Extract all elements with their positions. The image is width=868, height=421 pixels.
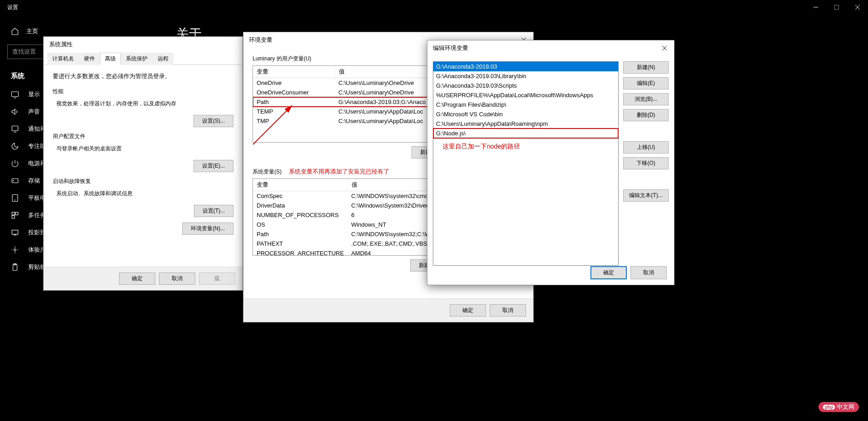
focus-icon <box>11 142 19 150</box>
path-item[interactable]: G:\Node.js\ <box>433 129 618 138</box>
php-cn-text: 中文网 <box>837 403 854 411</box>
path-item[interactable]: G:\Anaconda3-2019.03\Scripts <box>433 81 618 90</box>
home-icon <box>11 27 19 35</box>
php-logo: php <box>823 405 835 410</box>
storage-icon <box>11 177 19 185</box>
admin-note: 要进行大多数更改，您必须作为管理员登录。 <box>53 72 233 80</box>
maximize-button[interactable] <box>826 0 847 15</box>
window-controls <box>805 0 868 15</box>
path-item[interactable]: %USERPROFILE%\AppData\Local\Microsoft\Wi… <box>433 90 618 100</box>
share-icon <box>11 246 19 254</box>
clipboard-icon <box>11 263 19 271</box>
group-desc: 系统启动、系统故障和调试信息 <box>53 188 233 201</box>
edit-new-button[interactable]: 新建(N) <box>623 61 669 74</box>
edit-movedown-button[interactable]: 下移(O) <box>623 157 669 169</box>
path-item[interactable]: G:\Anaconda3-2019.03 <box>433 62 618 71</box>
edit-env-var-dialog: 编辑环境变量 G:\Anaconda3-2019.03G:\Anaconda3-… <box>427 40 675 285</box>
col-variable[interactable]: 变量 <box>253 179 347 191</box>
path-list[interactable]: G:\Anaconda3-2019.03G:\Anaconda3-2019.03… <box>433 61 619 266</box>
dialog-titlebar[interactable]: 编辑环境变量 <box>427 40 674 56</box>
watermark-badge: php 中文网 <box>818 402 859 412</box>
edit-moveup-button[interactable]: 上移(U) <box>623 141 669 154</box>
edit-delete-button[interactable]: 删除(D) <box>623 109 669 121</box>
dialog-titlebar[interactable]: 系统属性 <box>44 37 243 52</box>
svg-rect-16 <box>15 212 18 215</box>
dialog-title-text: 环境变量 <box>249 36 273 44</box>
tab-1[interactable]: 硬件 <box>79 53 100 65</box>
path-item[interactable]: C:\Users\Luminary\AppData\Roaming\npm <box>433 119 618 129</box>
var-name: TEMP <box>253 107 335 116</box>
col-variable[interactable]: 变量 <box>253 66 335 78</box>
svg-point-12 <box>13 180 14 181</box>
sidebar-item-label: 声音 <box>28 108 40 116</box>
close-button[interactable] <box>847 0 868 15</box>
var-name: PROCESSOR_ARCHITECTURE <box>253 248 347 256</box>
path-item[interactable]: G:\Anaconda3-2019.03\Library\bin <box>433 71 618 81</box>
group-settings-button[interactable]: 设置(T)... <box>194 205 233 217</box>
svg-rect-17 <box>12 216 15 218</box>
edit-text-button[interactable]: 编辑文本(T)... <box>623 189 669 202</box>
group-desc: 与登录帐户相关的桌面设置 <box>53 143 233 156</box>
annotation-node-path: 这里自己加一下node的路径 <box>433 138 618 155</box>
tab-0[interactable]: 计算机名 <box>47 53 79 65</box>
svg-rect-6 <box>12 92 19 97</box>
sys-vars-label: 系统变量(S) <box>253 168 282 176</box>
tab-4[interactable]: 远程 <box>153 53 174 65</box>
display-icon <box>11 90 19 99</box>
project-icon <box>11 228 19 237</box>
var-name: Path <box>253 97 335 107</box>
sysprop-ok-button[interactable]: 确定 <box>119 272 155 285</box>
sidebar-home-label: 主页 <box>26 27 38 35</box>
group-title: 性能 <box>53 88 233 95</box>
sound-icon <box>11 108 19 116</box>
window-titlebar: 设置 <box>0 0 868 15</box>
var-name: OS <box>253 220 347 229</box>
svg-rect-18 <box>12 230 18 234</box>
search-placeholder: 查找设置 <box>12 48 36 56</box>
system-properties-dialog: 系统属性 计算机名硬件高级系统保护远程 要进行大多数更改，您必须作为管理员登录。… <box>43 36 243 291</box>
settings-group: 启动和故障恢复系统启动、系统故障和调试信息设置(T)... <box>53 178 233 217</box>
multi-icon <box>11 211 19 219</box>
env-ok-button[interactable]: 确定 <box>450 304 486 317</box>
var-name: ComSpec <box>253 191 347 201</box>
dialog-title-text: 系统属性 <box>49 40 73 49</box>
sysprop-cancel-button[interactable]: 取消 <box>159 272 195 285</box>
var-name: PATHEXT <box>253 239 347 248</box>
svg-point-19 <box>14 249 16 251</box>
minimize-button[interactable] <box>805 0 826 15</box>
window-title: 设置 <box>7 4 18 11</box>
annotation-sysvars: 系统变量不用再添加了安装完已经有了 <box>289 168 389 176</box>
svg-rect-1 <box>834 5 839 10</box>
edit-browse-button[interactable]: 浏览(B)... <box>623 93 669 105</box>
notify-icon <box>11 125 19 133</box>
settings-group: 用户配置文件与登录帐户相关的桌面设置设置(E)... <box>53 133 233 172</box>
sysprop-tabs: 计算机名硬件高级系统保护远程 <box>45 52 241 65</box>
path-item[interactable]: C:\Program Files\Bandizip\ <box>433 100 618 109</box>
var-name: DriverData <box>253 201 347 210</box>
edit-edit-button[interactable]: 编辑(E) <box>623 77 669 89</box>
group-title: 启动和故障恢复 <box>53 178 233 185</box>
sidebar-item-label: 显示 <box>28 90 40 99</box>
power-icon <box>11 159 19 168</box>
group-settings-button[interactable]: 设置(E)... <box>193 160 233 172</box>
tab-2[interactable]: 高级 <box>100 53 121 65</box>
group-settings-button[interactable]: 设置(S)... <box>193 115 233 127</box>
close-icon[interactable] <box>662 45 669 51</box>
path-item[interactable]: G:\Microsoft VS Code\bin <box>433 109 618 119</box>
sidebar-item-label: 存储 <box>28 177 40 185</box>
var-name: OneDriveConsumer <box>253 88 335 97</box>
var-name: NUMBER_OF_PROCESSORS <box>253 210 347 220</box>
tab-3[interactable]: 系统保护 <box>121 53 153 65</box>
settings-group: 性能视觉效果，处理器计划，内存使用，以及虚拟内存设置(S)... <box>53 88 233 127</box>
svg-rect-15 <box>12 212 15 215</box>
svg-rect-13 <box>12 195 18 202</box>
env-cancel-button[interactable]: 取消 <box>490 304 526 317</box>
var-name: Path <box>253 229 347 239</box>
dialog-title-text: 编辑环境变量 <box>433 44 468 52</box>
sysprop-apply-button[interactable]: 应 <box>199 272 235 285</box>
svg-rect-8 <box>12 126 18 131</box>
env-vars-button[interactable]: 环境变量(N)... <box>182 223 233 235</box>
edit-ok-button[interactable]: 确定 <box>590 266 627 279</box>
var-name: OneDrive <box>253 78 335 88</box>
edit-cancel-button[interactable]: 取消 <box>630 266 667 279</box>
